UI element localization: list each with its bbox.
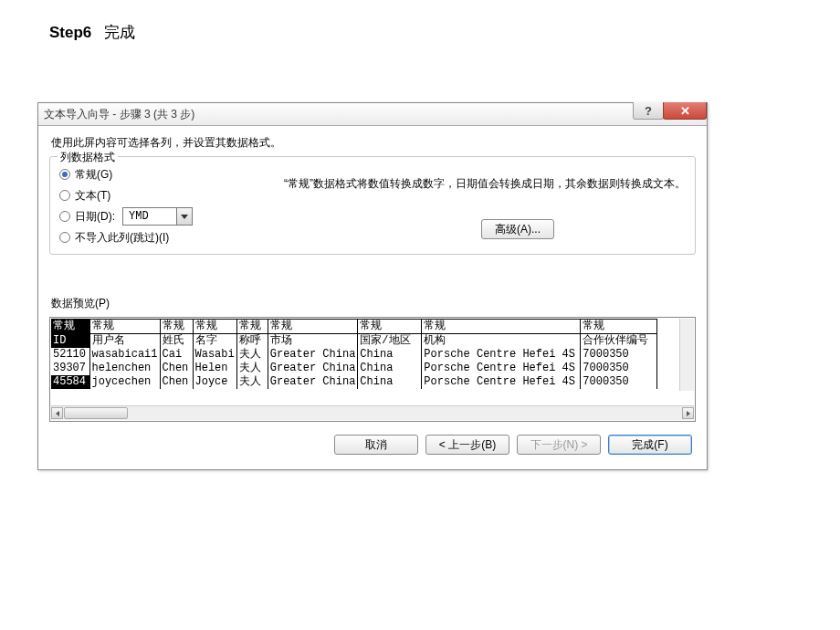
radio-label: 不导入此列(跳过)(I) [75, 230, 169, 246]
preview-grid[interactable]: 常规常规常规常规常规常规常规常规常规ID用户名姓氏名字称呼市场国家/地区机构合作… [51, 319, 657, 389]
page-step-header: Step6 完成 [0, 0, 840, 43]
radio-icon [59, 169, 70, 180]
data-preview: 常规常规常规常规常规常规常规常规常规ID用户名姓氏名字称呼市场国家/地区机构合作… [49, 317, 696, 422]
scroll-thumb[interactable] [64, 407, 128, 419]
format-explanation: “常规”数据格式将数值转换成数字，日期值会转换成日期，其余数据则转换成文本。 [284, 175, 686, 192]
scroll-left-icon[interactable] [51, 407, 63, 419]
dialog-body: 使用此屏内容可选择各列，并设置其数据格式。 列数据格式 常规(G) 文本(T) … [38, 126, 707, 469]
date-format-select[interactable]: YMD [122, 207, 193, 226]
fieldset-legend: 列数据格式 [58, 150, 118, 165]
next-button: 下一步(N) > [517, 435, 601, 455]
date-format-value: YMD [123, 210, 176, 223]
radio-skip[interactable]: 不导入此列(跳过)(I) [59, 228, 686, 247]
radio-icon [59, 232, 70, 243]
dialog-title: 文本导入向导 - 步骤 3 (共 3 步) [44, 107, 194, 122]
dialog-titlebar[interactable]: 文本导入向导 - 步骤 3 (共 3 步) ? ✕ [38, 103, 707, 126]
text-import-wizard-dialog: 文本导入向导 - 步骤 3 (共 3 步) ? ✕ 使用此屏内容可选择各列，并设… [37, 102, 708, 470]
cancel-button[interactable]: 取消 [334, 435, 418, 455]
close-icon: ✕ [680, 104, 690, 118]
preview-label: 数据预览(P) [51, 296, 694, 311]
finish-button[interactable]: 完成(F) [608, 435, 692, 455]
scroll-right-icon[interactable] [682, 407, 694, 419]
radio-icon [59, 190, 70, 201]
vertical-scrollbar[interactable] [679, 319, 694, 391]
close-button[interactable]: ✕ [663, 102, 707, 120]
back-button[interactable]: < 上一步(B) [425, 435, 509, 455]
dialog-button-row: 取消 < 上一步(B) 下一步(N) > 完成(F) [49, 422, 696, 466]
radio-label: 常规(G) [75, 167, 112, 183]
column-format-fieldset: 列数据格式 常规(G) 文本(T) 日期(D): YMD 不导入此列(跳过)(I… [49, 156, 696, 255]
chevron-down-icon [176, 208, 192, 225]
dialog-instruction: 使用此屏内容可选择各列，并设置其数据格式。 [49, 131, 696, 156]
radio-label: 日期(D): [75, 209, 115, 225]
horizontal-scrollbar[interactable] [51, 405, 694, 420]
radio-date[interactable]: 日期(D): YMD [59, 207, 686, 226]
radio-label: 文本(T) [75, 188, 110, 204]
radio-icon [59, 211, 70, 222]
help-button[interactable]: ? [633, 102, 664, 120]
step-number: Step6 [49, 24, 91, 41]
advanced-button[interactable]: 高级(A)... [481, 219, 554, 239]
step-title: 完成 [104, 24, 135, 41]
